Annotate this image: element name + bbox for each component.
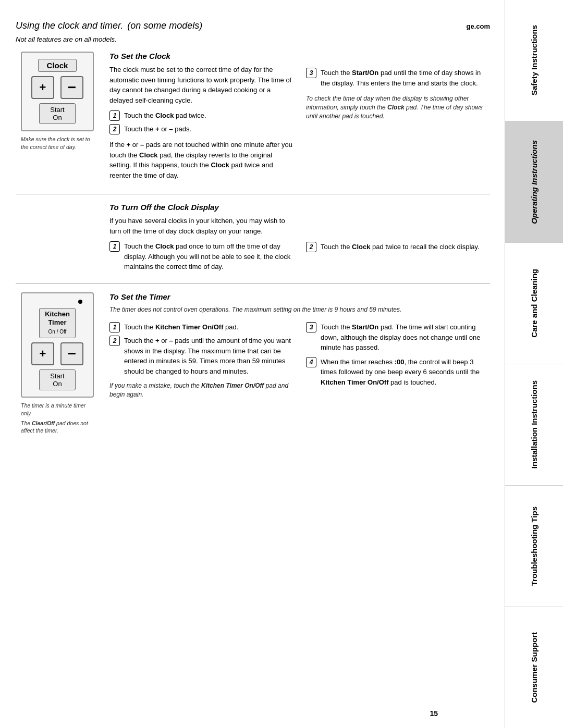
step-text-1: Touch the Clock pad twice.	[124, 110, 206, 121]
step-num-to2: 2	[306, 242, 316, 252]
step-num-t2: 2	[109, 336, 120, 346]
step-num-3: 3	[306, 68, 316, 78]
clock-steps-left: 1 Touch the Clock pad twice. 2 Touch the…	[109, 110, 293, 134]
step-text-t1: Touch the Kitchen Timer On/Off pad.	[124, 322, 238, 332]
timer-keypad-area: KitchenTimer On / Off + − StartOn The ti…	[16, 292, 99, 435]
page-title: Using the clock and timer. (on some mode…	[16, 16, 202, 32]
clock-col-left: The clock must be set to the correct tim…	[109, 65, 293, 186]
turn-off-steps-right: 2 Touch the Clock pad twice to recall th…	[306, 242, 490, 252]
main-content: Using the clock and timer. (on some mode…	[0, 0, 506, 728]
clock-col-right: 3 Touch the Start/On pad until the time …	[306, 65, 490, 186]
turn-off-intro: If you have several clocks in your kitch…	[109, 216, 293, 236]
turn-off-step-2: 2 Touch the Clock pad twice to recall th…	[306, 242, 490, 252]
step-text-t4: When the timer reaches :00, the control …	[321, 357, 490, 388]
turn-off-col-right: 2 Touch the Clock pad twice to recall th…	[306, 216, 490, 275]
clock-steps-right: 3 Touch the Start/On pad until the time …	[306, 68, 490, 88]
timer-start-on-button[interactable]: StartOn	[39, 369, 75, 390]
sidebar-label-safety: Safety Instructions	[530, 25, 539, 95]
timer-steps-left: 1 Touch the Kitchen Timer On/Off pad. 2 …	[109, 322, 293, 376]
sidebar-label-installation: Installation Instructions	[530, 380, 539, 468]
clock-intro-text: The clock must be set to the correct tim…	[109, 65, 293, 105]
turn-off-steps-left: 1 Touch the Clock pad once to turn off t…	[109, 241, 293, 272]
not-all-features-note: Not all features are on all models.	[16, 35, 490, 43]
timer-section-title: To Set the Timer	[109, 292, 490, 301]
timer-step-2: 2 Touch the + or – pads until the amount…	[109, 336, 293, 376]
timer-dot-indicator	[78, 300, 82, 304]
page-number: 15	[430, 709, 438, 718]
timer-step-1: 1 Touch the Kitchen Timer On/Off pad.	[109, 322, 293, 332]
timer-italic-middle: If you make a mistake, touch the Kitchen…	[109, 381, 293, 399]
step-text-2: Touch the + or – pads.	[124, 124, 191, 134]
sidebar-section-installation[interactable]: Installation Instructions	[505, 364, 563, 486]
clock-two-col: The clock must be set to the correct tim…	[109, 65, 490, 186]
sidebar-label-troubleshooting: Troubleshooting Tips	[530, 507, 539, 586]
clock-step-2: 2 Touch the + or – pads.	[109, 124, 293, 134]
step-text-to1: Touch the Clock pad once to turn off the…	[124, 241, 293, 272]
timer-col-right: 3 Touch the Start/On pad. The time will …	[306, 319, 490, 399]
step-num-1: 1	[109, 110, 120, 121]
step-text-to2: Touch the Clock pad twice to recall the …	[321, 242, 480, 252]
step-text-3: Touch the Start/On pad until the time of…	[321, 68, 490, 88]
clock-middle-text: If the + or – pads are not touched withi…	[109, 140, 293, 180]
clock-step-3: 3 Touch the Start/On pad until the time …	[306, 68, 490, 88]
step-text-t3: Touch the Start/On pad. The time will st…	[321, 322, 490, 353]
sidebar-section-care[interactable]: Care and Cleaning	[505, 243, 563, 364]
turn-off-content: To Turn Off the Clock Display If you hav…	[109, 203, 490, 275]
step-num-2: 2	[109, 124, 120, 134]
step-num-t4: 4	[306, 357, 316, 367]
timer-section: KitchenTimer On / Off + − StartOn The ti…	[16, 284, 490, 435]
clock-start-on-button[interactable]: StartOn	[39, 103, 75, 124]
step-num-to1: 1	[109, 241, 120, 252]
sidebar-section-troubleshooting[interactable]: Troubleshooting Tips	[505, 486, 563, 607]
timer-step-4: 4 When the timer reaches :00, the contro…	[306, 357, 490, 388]
timer-step-3: 3 Touch the Start/On pad. The time will …	[306, 322, 490, 353]
clock-keypad-area: Clock + − StartOn Make sure the clock is…	[16, 52, 99, 186]
clock-keypad-caption: Make sure the clock is set to the correc…	[21, 135, 94, 151]
timer-keypad-caption2: The Clear/Off pad does not affect the ti…	[21, 419, 94, 435]
clock-content: To Set the Clock The clock must be set t…	[109, 52, 490, 186]
sidebar-section-consumer[interactable]: Consumer Support	[505, 607, 563, 728]
clock-top-label: Clock	[38, 59, 77, 72]
page-header: Using the clock and timer. (on some mode…	[16, 16, 490, 32]
clock-italic-note: To check the time of day when the displa…	[306, 94, 490, 120]
sidebar: Safety Instructions Operating Instructio…	[505, 0, 563, 728]
step-num-t3: 3	[306, 322, 316, 332]
turn-off-step-1: 1 Touch the Clock pad once to turn off t…	[109, 241, 293, 272]
timer-plus-button[interactable]: +	[31, 342, 54, 365]
sidebar-section-operating[interactable]: Operating Instructions	[505, 121, 563, 243]
turn-off-section: To Turn Off the Clock Display If you hav…	[16, 194, 490, 284]
turn-off-section-title: To Turn Off the Clock Display	[109, 203, 490, 212]
timer-steps-right: 3 Touch the Start/On pad. The time will …	[306, 322, 490, 387]
step-num-t1: 1	[109, 322, 120, 332]
timer-keypad-caption1: The timer is a minute timer only.	[21, 402, 94, 417]
sidebar-label-operating: Operating Instructions	[530, 140, 539, 224]
timer-content: To Set the Timer The timer does not cont…	[109, 292, 490, 435]
timer-italic-intro: The timer does not control oven operatio…	[109, 305, 490, 314]
sidebar-label-care: Care and Cleaning	[530, 269, 539, 338]
step-text-t2: Touch the + or – pads until the amount o…	[124, 336, 293, 376]
sidebar-section-safety[interactable]: Safety Instructions	[505, 0, 563, 121]
clock-step-1: 1 Touch the Clock pad twice.	[109, 110, 293, 121]
minus-button[interactable]: −	[60, 76, 83, 99]
turn-off-col-left: If you have several clocks in your kitch…	[109, 216, 293, 275]
clock-keypad-box: Clock + − StartOn	[21, 52, 94, 131]
timer-top-label: KitchenTimer On / Off	[39, 308, 76, 339]
turn-off-two-col: If you have several clocks in your kitch…	[109, 216, 490, 275]
timer-two-col: 1 Touch the Kitchen Timer On/Off pad. 2 …	[109, 319, 490, 399]
timer-keypad-box: KitchenTimer On / Off + − StartOn	[21, 292, 94, 398]
timer-col-left: 1 Touch the Kitchen Timer On/Off pad. 2 …	[109, 319, 293, 399]
timer-arrows: + −	[31, 342, 83, 365]
clock-section: Clock + − StartOn Make sure the clock is…	[16, 52, 490, 194]
sidebar-label-consumer: Consumer Support	[530, 632, 539, 703]
clock-section-title: To Set the Clock	[109, 52, 490, 60]
plus-button[interactable]: +	[31, 76, 54, 99]
timer-minus-button[interactable]: −	[60, 342, 83, 365]
ge-com-label: ge.com	[466, 22, 490, 30]
clock-arrows: + −	[31, 76, 83, 99]
